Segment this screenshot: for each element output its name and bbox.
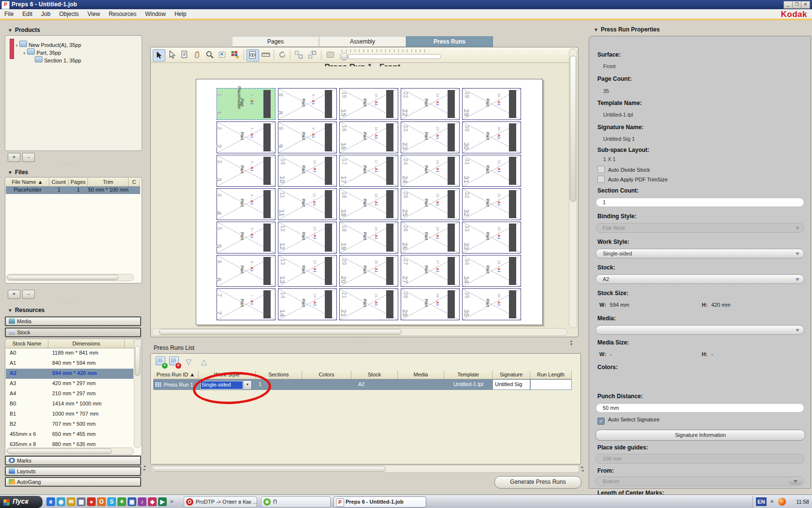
imposition-page[interactable]: 22Part22 - A122 <box>401 88 460 120</box>
file-row[interactable]: Placeholder1150 mm * 100 mm <box>6 186 140 194</box>
move-up-button[interactable]: △ <box>201 357 207 366</box>
imposition-page[interactable]: 3Part3 - A13 <box>217 155 276 187</box>
delete-press-run-button[interactable]: × <box>169 357 180 367</box>
files-col-header[interactable]: C <box>129 178 140 186</box>
press-runs-col-header[interactable]: Run Length <box>530 371 572 379</box>
files-col-header[interactable]: Trim <box>88 178 129 186</box>
move-down-button[interactable]: ▽ <box>186 357 191 366</box>
zoom-slider-track[interactable] <box>348 54 441 59</box>
taskbar-task-button[interactable]: ✾П <box>261 496 331 508</box>
language-indicator[interactable]: EN <box>756 497 767 506</box>
punch-distance-input[interactable]: 50 mm <box>595 403 804 413</box>
stock-row[interactable]: B11000 mm * 707 mm <box>6 409 133 419</box>
products-section-header[interactable]: ▼Products <box>8 27 40 33</box>
minimize-button[interactable]: _ <box>783 1 793 9</box>
quick-launch-icon[interactable]: S <box>107 497 116 506</box>
quick-launch-icon[interactable]: ◆ <box>148 497 157 506</box>
preview-eye-icon[interactable] <box>246 49 259 61</box>
rotate-tool-icon[interactable] <box>276 49 288 60</box>
select-tool-icon[interactable] <box>153 49 165 61</box>
quick-launch-icon[interactable]: ▶ <box>158 497 167 506</box>
resources-tab-marks[interactable]: Marks <box>5 456 141 465</box>
tab-pages[interactable]: Pages <box>232 36 319 47</box>
press-runs-col-header[interactable]: Stock <box>351 371 398 379</box>
files-remove-button[interactable]: - <box>22 290 35 299</box>
press-runs-col-header[interactable]: Signature <box>493 371 530 379</box>
menu-window[interactable]: Window <box>141 10 170 19</box>
template-wizard-tool-icon[interactable] <box>229 49 241 60</box>
close-button[interactable]: ✕ <box>801 1 810 9</box>
menu-help[interactable]: Help <box>170 10 191 19</box>
taskbar-task-button[interactable]: OProDTP -> Ответ в Как ... <box>184 496 257 508</box>
quick-launch-icon[interactable]: O <box>97 497 106 506</box>
stock-row[interactable]: A4210 mm * 297 mm <box>6 389 133 399</box>
add-press-run-button[interactable]: + <box>156 357 166 367</box>
imposition-page[interactable]: 10Part10 - A110 <box>278 155 337 187</box>
imposition-page[interactable]: 13Part13 - A113 <box>278 255 337 287</box>
splitter-dots[interactable]: ····· <box>63 300 76 305</box>
menu-objects[interactable]: Objects <box>55 10 83 19</box>
resources-tab-layouts[interactable]: Layouts <box>5 466 141 476</box>
taskbar-task-button[interactable]: PPreps 6 - Untitled-1.job <box>334 496 426 508</box>
resources-section-header[interactable]: ▼Resources <box>8 307 44 314</box>
press-list-collapse-arrows[interactable]: ▴▾ <box>570 339 572 346</box>
imposition-page[interactable]: 24Part24 - A124 <box>401 155 460 187</box>
imposition-page[interactable]: 1PlaceholderPart1 - A11 <box>217 88 276 120</box>
imposition-page[interactable]: 18Part18 - A118 <box>339 188 398 220</box>
imposition-page[interactable]: 23Part23 - A123 <box>401 121 460 153</box>
press-run-properties-header[interactable]: ▼Press Run Properties <box>594 26 660 33</box>
imposition-page[interactable]: 16Part16 - A116 <box>339 121 398 153</box>
run-length-cell[interactable] <box>531 380 571 389</box>
auto-select-signature-checkbox[interactable]: ✓Auto Select Signature <box>597 417 659 424</box>
quick-launch-icon[interactable]: ♪ <box>138 497 146 506</box>
imposition-page[interactable]: 26Part26 - A126 <box>401 222 460 254</box>
imposition-page[interactable]: 28Part28 - A128 <box>401 288 460 320</box>
title-bar[interactable]: P Preps 6 - Untitled-1.job _ ❐ ✕ <box>0 0 812 9</box>
marquee-tool-icon[interactable] <box>217 49 228 60</box>
press-runs-col-header[interactable]: Template <box>444 371 493 379</box>
quick-launch-icon[interactable]: ● <box>87 497 96 506</box>
quick-launch-icon[interactable]: e <box>46 497 55 506</box>
section-count-input[interactable]: 1 <box>595 197 804 207</box>
files-col-header[interactable]: File Name ▲ <box>6 178 49 186</box>
tab-assembly[interactable]: Assembly <box>319 36 406 47</box>
stock-row[interactable]: A1840 mm * 594 mm <box>6 359 133 369</box>
auto-divide-stock-checkbox[interactable]: Auto Divide Stock <box>597 166 650 173</box>
imposition-page[interactable]: 30Part30 - A130 <box>462 121 521 153</box>
menu-job[interactable]: Job <box>37 10 55 19</box>
resources-tab-stock[interactable]: Stock <box>5 328 141 337</box>
stock-hscrollbar[interactable] <box>6 448 134 455</box>
imposition-page[interactable]: 7Part7 - A17 <box>217 288 276 320</box>
imposition-page[interactable]: 33Part33 - A133 <box>462 222 521 254</box>
auto-apply-pdf-trimsize-checkbox[interactable]: Auto Apply PDF TrimSize <box>597 176 668 183</box>
imposition-page[interactable]: 11Part11 - A111 <box>278 188 337 220</box>
imposition-page[interactable]: 31Part31 - A131 <box>462 155 521 187</box>
stock-col-header[interactable]: Stock Name <box>6 340 48 348</box>
zoom-tool-icon[interactable] <box>204 49 216 60</box>
imposition-page[interactable]: 34Part34 - A134 <box>462 255 521 287</box>
imposition-page[interactable]: 5Part5 - A15 <box>217 222 276 254</box>
zoom-slider-handle[interactable] <box>340 53 348 60</box>
tree-item[interactable]: ▾New Product(A), 35pp <box>15 41 81 48</box>
canvas-hscrollbar[interactable] <box>152 328 567 336</box>
imposition-page[interactable]: 19Part19 - A119 <box>339 222 398 254</box>
imposition-page[interactable]: 12Part12 - A112 <box>278 222 337 254</box>
direct-select-tool-icon[interactable] <box>166 49 178 60</box>
imposition-page[interactable]: 9Part9 - A19 <box>278 121 337 153</box>
files-hscrollbar[interactable] <box>6 274 134 281</box>
page-numbering-tool-icon[interactable]: # <box>179 49 190 60</box>
quick-launch-icon[interactable]: ✶ <box>117 497 126 506</box>
stock-vscrollbar[interactable] <box>134 340 141 448</box>
stock-row[interactable]: B01414 mm * 1000 mm <box>6 399 133 409</box>
files-col-header[interactable]: Count <box>49 178 69 186</box>
quick-launch-icon[interactable]: ✉ <box>67 497 75 506</box>
tree-item[interactable]: ▾Section 1, 35pp <box>31 56 81 64</box>
stock-select[interactable]: A2 <box>595 274 804 284</box>
imposition-page[interactable]: 25Part25 - A125 <box>401 188 460 220</box>
tab-press-runs[interactable]: Press Runs <box>406 36 493 47</box>
imposition-page[interactable]: 14Part14 - A114 <box>278 288 337 320</box>
press-runs-col-header[interactable]: Press Run ID ▲ <box>153 371 199 379</box>
stock-row[interactable]: A3420 mm * 297 mm <box>6 379 133 389</box>
files-section-header[interactable]: ▼Files <box>8 169 28 176</box>
panel-collapse-arrows[interactable]: ◂▸ <box>144 464 145 471</box>
